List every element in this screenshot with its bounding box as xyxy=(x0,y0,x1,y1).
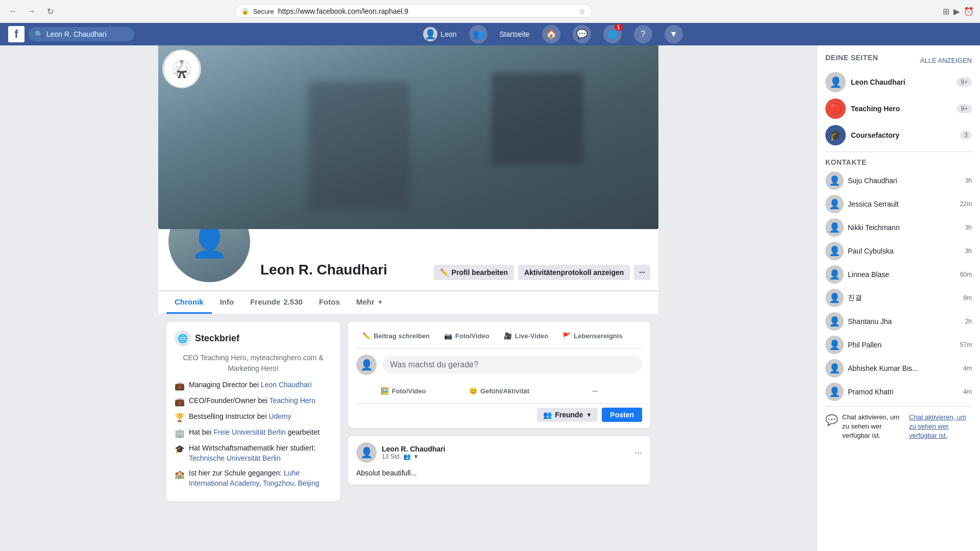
flag-icon: 🚩 xyxy=(562,332,571,340)
post-audience-icon: 👥 xyxy=(403,453,411,460)
browser-chrome: ← → ↻ 🔒 Secure https://www.facebook.com/… xyxy=(0,0,980,23)
post-submit-button[interactable]: Posten xyxy=(602,408,642,422)
post-options-button[interactable]: ··· xyxy=(634,447,642,458)
contact-item-3[interactable]: 👤 Paul Cybulska 3h xyxy=(825,242,972,260)
page-avatar-1: 🔴 xyxy=(825,98,846,119)
extension-icon-2[interactable]: ▶ xyxy=(953,7,960,16)
tab-chronik-label: Chronik xyxy=(175,297,204,306)
contact-item-4[interactable]: 👤 Linnea Blase 60m xyxy=(825,265,972,284)
alle-anzeigen-link[interactable]: ALLE ANZEIGEN xyxy=(920,57,972,64)
contact-item-5[interactable]: 👤 진결 9m xyxy=(825,289,972,307)
tab-fotos[interactable]: Fotos xyxy=(311,291,348,314)
startseite-link[interactable]: Startseite xyxy=(500,30,530,38)
more-actions-button[interactable]: ··· xyxy=(634,265,650,280)
nav-user-link[interactable]: 👤 Leon xyxy=(423,27,456,41)
tab-fotos-label: Fotos xyxy=(319,297,340,306)
messenger-icon[interactable]: 💬 xyxy=(573,25,591,43)
audience-chevron-icon: ▼ xyxy=(586,412,592,418)
contact-avatar-1: 👤 xyxy=(825,195,844,213)
contact-item-1[interactable]: 👤 Jessica Serrault 22m xyxy=(825,195,972,213)
tab-freunde[interactable]: Freunde 2.530 xyxy=(242,291,311,314)
info-text-5: Ist hier zur Schule gegangen: Luhe Inter… xyxy=(189,468,332,488)
photo-icon: 📷 xyxy=(444,332,452,340)
forward-button[interactable]: → xyxy=(24,4,39,18)
contact-avatar-5: 👤 xyxy=(825,289,844,307)
info-link-3[interactable]: Freie Universität Berlin xyxy=(213,428,286,436)
bio-text: CEO Teaching Hero, myteachinghero.com & … xyxy=(175,353,332,374)
contact-item-6[interactable]: 👤 Shantanu Jha 2h xyxy=(825,312,972,331)
kontakte-title: KONTAKTE xyxy=(825,158,972,166)
steckbrief-header: 🌐 Steckbrief xyxy=(175,330,332,346)
contact-name-7: Phil Pallen xyxy=(848,341,956,349)
live-video-button[interactable]: 🎥 Live-Video xyxy=(498,328,555,344)
write-post-button[interactable]: ✏️ Beitrag schreiben xyxy=(356,328,436,344)
search-box[interactable]: 🔍 xyxy=(29,27,134,41)
contact-name-0: Suju Chaudhari xyxy=(848,177,961,185)
cover-photo xyxy=(158,45,658,229)
info-link-4[interactable]: Technische Universität Berlin xyxy=(189,454,281,462)
reload-button[interactable]: ↻ xyxy=(43,4,57,18)
search-input[interactable] xyxy=(46,30,128,38)
main-layout: 🥋 👤 Leon R. Chaudhari xyxy=(0,45,980,551)
post-author-avatar[interactable]: 👤 xyxy=(356,442,377,463)
dropdown-arrow-icon[interactable]: ▼ xyxy=(665,25,683,43)
page-item-2[interactable]: 🎓 Coursefactory 3 xyxy=(825,125,972,145)
tab-mehr[interactable]: Mehr ▼ xyxy=(348,291,391,314)
info-link-0[interactable]: Leon Chaudhari xyxy=(261,381,312,389)
friends-requests-icon[interactable]: 👥 xyxy=(469,25,487,43)
notifications-badge: 1 xyxy=(615,24,623,31)
contact-item-2[interactable]: 👤 Nikki Teichmann 3h xyxy=(825,218,972,237)
info-link-5[interactable]: Luhe International Academy, Tongzhou, Be… xyxy=(189,469,320,487)
contact-item-7[interactable]: 👤 Phil Pallen 57m xyxy=(825,336,972,354)
post-media-photo-button[interactable]: 🖼️ Foto/Video xyxy=(356,383,450,399)
briefcase-icon-1: 💼 xyxy=(175,396,185,407)
info-item-1: 💼 CEO/Founder/Owner bei Teaching Hero xyxy=(175,396,332,407)
pages-icon[interactable]: 🏠 xyxy=(542,25,560,43)
deine-seiten-title: DEINE SEITEN xyxy=(825,54,878,62)
fb-logo: f xyxy=(8,26,24,42)
post-feeling-button[interactable]: 😊 Gefühl/Aktivität xyxy=(452,383,546,399)
address-bar[interactable]: 🔒 Secure https://www.facebook.com/leon.r… xyxy=(235,5,592,18)
help-icon[interactable]: ? xyxy=(634,25,652,43)
edit-profile-button[interactable]: ✏️ Profil bearbeiten xyxy=(434,265,514,280)
life-event-button[interactable]: 🚩 Lebensereignis xyxy=(556,328,628,344)
extension-icon-3[interactable]: ⏰ xyxy=(964,7,974,16)
contact-item-9[interactable]: 👤 Pramod Khatri 4m xyxy=(825,383,972,401)
page-badge-2: 3 xyxy=(960,131,972,140)
tab-info[interactable]: Info xyxy=(212,291,242,314)
contact-time-4: 60m xyxy=(960,271,972,278)
post-photo-video-button[interactable]: 📷 Foto/Video xyxy=(438,328,496,344)
back-button[interactable]: ← xyxy=(6,4,20,18)
tab-chronik[interactable]: Chronik xyxy=(166,291,212,314)
extension-icon-1[interactable]: ⊞ xyxy=(943,7,949,16)
info-item-5: 🏫 Ist hier zur Schule gegangen: Luhe Int… xyxy=(175,468,332,488)
bookmark-star-icon[interactable]: ☆ xyxy=(579,7,585,15)
profile-content: 🌐 Steckbrief CEO Teaching Hero, myteachi… xyxy=(158,322,658,510)
school-icon: 🏫 xyxy=(175,469,185,479)
info-text-1: CEO/Founder/Owner bei Teaching Hero xyxy=(189,396,315,406)
post-more-button[interactable]: ··· xyxy=(548,383,642,399)
feeling-icon: 😊 xyxy=(469,387,477,395)
activity-log-button[interactable]: Aktivitätenprotokoll anzeigen xyxy=(518,265,630,280)
post-input[interactable]: Was machst du gerade? xyxy=(382,356,642,373)
page-top-icon[interactable]: 🥋 xyxy=(162,49,201,88)
contact-item-8[interactable]: 👤 Abhishek Kumar Bis... 4m xyxy=(825,359,972,378)
info-link-1[interactable]: Teaching Hero xyxy=(270,396,315,405)
page-item-1[interactable]: 🔴 Teaching Hero 9+ xyxy=(825,98,972,119)
profile-name: Leon R. Chaudhari xyxy=(260,262,434,278)
post-author-name[interactable]: Leon R. Chaudhari xyxy=(382,445,629,453)
page-item-0[interactable]: 👤 Leon Chaudhari 9+ xyxy=(825,72,972,92)
post-meta: 13 Std. 👥 ▼ xyxy=(382,453,629,460)
page-name-2: Coursefactory xyxy=(851,131,955,139)
audience-label: Freunde xyxy=(555,411,583,419)
secure-label: Secure xyxy=(253,8,274,15)
page-info-1: Teaching Hero xyxy=(851,105,951,113)
chat-activate-link[interactable]: Chat aktivieren, um zu sehen wer verfügb… xyxy=(909,413,972,441)
post-text: Absolut beautifull... xyxy=(356,468,642,479)
notifications-icon[interactable]: 🌐 1 xyxy=(603,25,622,43)
facebook-navbar: f 🔍 👤 Leon 👥 Startseite 🏠 💬 🌐 1 ? ▼ xyxy=(0,23,980,45)
audience-selector[interactable]: 👥 Freunde ▼ xyxy=(537,408,598,422)
write-post-icon: ✏️ xyxy=(362,332,371,340)
contact-item-0[interactable]: 👤 Suju Chaudhari 3h xyxy=(825,171,972,190)
info-link-2[interactable]: Udemy xyxy=(268,412,291,420)
